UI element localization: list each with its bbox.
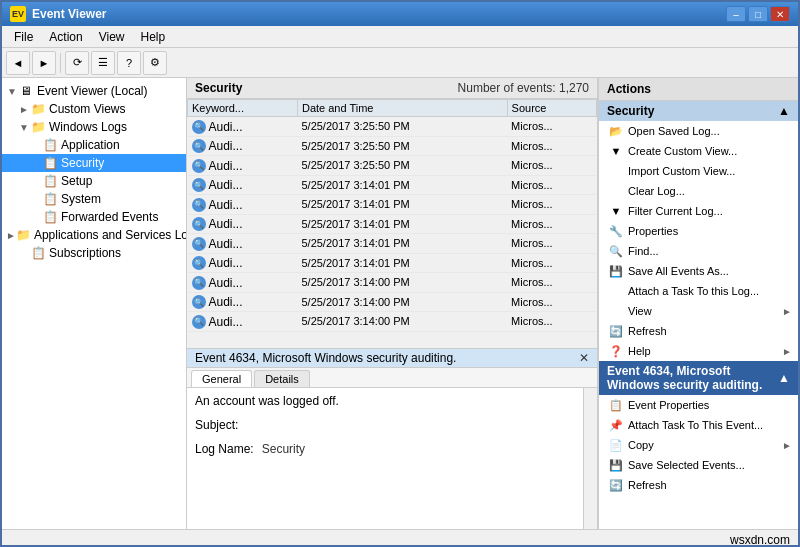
tree-icon-security: 📋	[42, 155, 58, 171]
back-button[interactable]: ◄	[6, 51, 30, 75]
table-row[interactable]: 🔍 Audi... 5/25/2017 3:14:01 PM Micros...	[188, 234, 597, 254]
save-all-icon: 💾	[609, 264, 623, 278]
col-source[interactable]: Source	[507, 100, 596, 117]
tree-icon-root: 🖥	[18, 83, 34, 99]
cell-datetime: 5/25/2017 3:14:01 PM	[297, 175, 507, 195]
action-save-all-events[interactable]: 💾 Save All Events As...	[599, 261, 798, 281]
detail-scrollbar[interactable]	[583, 388, 597, 529]
left-panel: ▼ 🖥 Event Viewer (Local) ► 📁 Custom View…	[2, 78, 187, 529]
event-section-header[interactable]: Event 4634, Microsoft Windows security a…	[599, 361, 798, 395]
tree-item-subscriptions[interactable]: 📋 Subscriptions	[2, 244, 186, 262]
menu-help[interactable]: Help	[133, 28, 174, 46]
action-refresh-security[interactable]: 🔄 Refresh	[599, 321, 798, 341]
settings-button[interactable]: ⚙	[143, 51, 167, 75]
action-attach-task-event[interactable]: 📌 Attach Task To This Event...	[599, 415, 798, 435]
cell-datetime: 5/25/2017 3:25:50 PM	[297, 136, 507, 156]
cell-keyword: 🔍 Audi...	[188, 292, 298, 312]
tree-item-setup[interactable]: 📋 Setup	[2, 172, 186, 190]
action-help-security[interactable]: ❓ Help ►	[599, 341, 798, 361]
action-properties[interactable]: 🔧 Properties	[599, 221, 798, 241]
tree-item-system[interactable]: 📋 System	[2, 190, 186, 208]
detail-subject: Subject:	[195, 416, 589, 434]
tab-general[interactable]: General	[191, 370, 252, 387]
action-clear-log[interactable]: Clear Log...	[599, 181, 798, 201]
audit-icon: 🔍	[192, 139, 206, 153]
cell-source: Micros...	[507, 136, 596, 156]
detail-logname-field: Log Name: Security	[195, 440, 589, 458]
action-view[interactable]: View ►	[599, 301, 798, 321]
view-arrow: ►	[782, 306, 792, 317]
help-button[interactable]: ?	[117, 51, 141, 75]
audit-icon: 🔍	[192, 198, 206, 212]
app-icon: EV	[10, 6, 26, 22]
action-filter-current[interactable]: ▼ Filter Current Log...	[599, 201, 798, 221]
detail-panel: Event 4634, Microsoft Windows security a…	[187, 349, 597, 529]
table-row[interactable]: 🔍 Audi... 5/25/2017 3:14:00 PM Micros...	[188, 292, 597, 312]
help-security-arrow: ►	[782, 346, 792, 357]
action-save-selected-label: Save Selected Events...	[628, 459, 792, 471]
action-find[interactable]: 🔍 Find...	[599, 241, 798, 261]
tree-item-root[interactable]: ▼ 🖥 Event Viewer (Local)	[2, 82, 186, 100]
action-refresh-event[interactable]: 🔄 Refresh	[599, 475, 798, 495]
cell-datetime: 5/25/2017 3:14:01 PM	[297, 195, 507, 215]
tree-item-appservices[interactable]: ► 📁 Applications and Services Lo	[2, 226, 186, 244]
maximize-button[interactable]: □	[748, 6, 768, 22]
table-row[interactable]: 🔍 Audi... 5/25/2017 3:14:00 PM Micros...	[188, 273, 597, 293]
minimize-button[interactable]: –	[726, 6, 746, 22]
detail-header: Event 4634, Microsoft Windows security a…	[187, 349, 597, 368]
menu-view[interactable]: View	[91, 28, 133, 46]
action-create-custom-view[interactable]: ▼ Create Custom View...	[599, 141, 798, 161]
tab-details[interactable]: Details	[254, 370, 310, 387]
detail-close-button[interactable]: ✕	[579, 351, 589, 365]
table-row[interactable]: 🔍 Audi... 5/25/2017 3:14:00 PM Micros...	[188, 312, 597, 332]
close-button[interactable]: ✕	[770, 6, 790, 22]
tree-label-root: Event Viewer (Local)	[37, 84, 148, 98]
action-copy-event[interactable]: 📄 Copy ►	[599, 435, 798, 455]
audit-icon: 🔍	[192, 237, 206, 251]
table-row[interactable]: 🔍 Audi... 5/25/2017 3:25:50 PM Micros...	[188, 136, 597, 156]
action-import-label: Import Custom View...	[628, 165, 792, 177]
forward-button[interactable]: ►	[32, 51, 56, 75]
event-section-label: Event 4634, Microsoft Windows security a…	[607, 364, 778, 392]
col-keyword[interactable]: Keyword...	[188, 100, 298, 117]
action-save-selected[interactable]: 💾 Save Selected Events...	[599, 455, 798, 475]
action-event-properties[interactable]: 📋 Event Properties	[599, 395, 798, 415]
cell-source: Micros...	[507, 253, 596, 273]
action-import-custom-view[interactable]: Import Custom View...	[599, 161, 798, 181]
audit-icon: 🔍	[192, 120, 206, 134]
title-bar-text: Event Viewer	[32, 7, 106, 21]
tree-item-custom[interactable]: ► 📁 Custom Views	[2, 100, 186, 118]
title-bar-buttons: – □ ✕	[726, 6, 790, 22]
refresh-button[interactable]: ⟳	[65, 51, 89, 75]
table-row[interactable]: 🔍 Audi... 5/25/2017 3:14:01 PM Micros...	[188, 175, 597, 195]
list-button[interactable]: ☰	[91, 51, 115, 75]
tree-item-security[interactable]: 📋 Security	[2, 154, 186, 172]
event-table-container[interactable]: Keyword... Date and Time Source 🔍 Audi..…	[187, 99, 597, 348]
menu-action[interactable]: Action	[41, 28, 90, 46]
table-row[interactable]: 🔍 Audi... 5/25/2017 3:14:01 PM Micros...	[188, 214, 597, 234]
tree-item-application[interactable]: 📋 Application	[2, 136, 186, 154]
view-icon	[609, 304, 623, 318]
security-section-header[interactable]: Security ▲	[599, 101, 798, 121]
title-bar: EV Event Viewer – □ ✕	[2, 2, 798, 26]
menu-file[interactable]: File	[6, 28, 41, 46]
cell-keyword: 🔍 Audi...	[188, 136, 298, 156]
copy-event-icon: 📄	[609, 438, 623, 452]
tree-item-windows-logs[interactable]: ▼ 📁 Windows Logs	[2, 118, 186, 136]
table-row[interactable]: 🔍 Audi... 5/25/2017 3:25:50 PM Micros...	[188, 117, 597, 137]
table-row[interactable]: 🔍 Audi... 5/25/2017 3:25:50 PM Micros...	[188, 156, 597, 176]
col-datetime[interactable]: Date and Time	[297, 100, 507, 117]
action-open-saved-log[interactable]: 📂 Open Saved Log...	[599, 121, 798, 141]
security-section-arrow: ▲	[778, 104, 790, 118]
attach-task-icon	[609, 284, 623, 298]
action-copy-label: Copy	[628, 439, 777, 451]
table-row[interactable]: 🔍 Audi... 5/25/2017 3:14:01 PM Micros...	[188, 253, 597, 273]
action-refresh-security-label: Refresh	[628, 325, 792, 337]
action-attach-task[interactable]: Attach a Task To this Log...	[599, 281, 798, 301]
tree-item-forwarded[interactable]: 📋 Forwarded Events	[2, 208, 186, 226]
right-panel: Actions Security ▲ 📂 Open Saved Log... ▼…	[598, 78, 798, 529]
cell-source: Micros...	[507, 292, 596, 312]
cell-keyword: 🔍 Audi...	[188, 156, 298, 176]
table-row[interactable]: 🔍 Audi... 5/25/2017 3:14:01 PM Micros...	[188, 195, 597, 215]
status-bar: wsxdn.com	[2, 529, 798, 547]
